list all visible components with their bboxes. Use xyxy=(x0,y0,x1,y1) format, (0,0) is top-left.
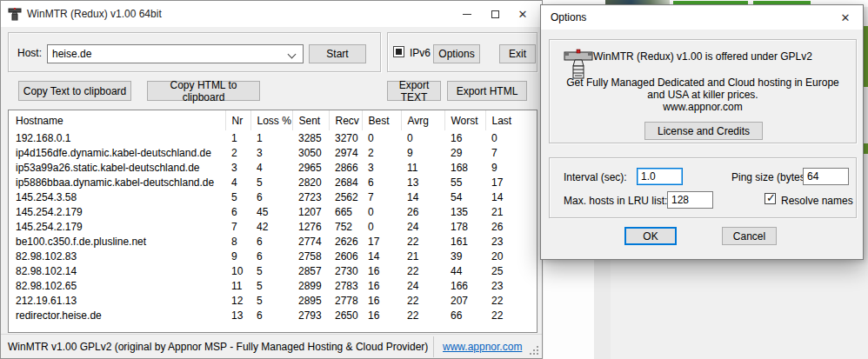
table-row[interactable]: 145.254.3.5856272325627145414 xyxy=(9,189,537,204)
about-groupbox: WinMTR (Redux) v1.00 is offered under GP… xyxy=(549,39,857,143)
column-header[interactable]: Avrg xyxy=(401,110,444,130)
close-icon: ✕ xyxy=(518,8,528,21)
background-panel xyxy=(544,256,594,359)
column-header[interactable]: Worst xyxy=(444,110,485,130)
indeterminate-icon xyxy=(396,49,402,55)
minimize-icon xyxy=(463,14,471,15)
settings-groupbox: Interval (sec): Ping size (bytes): Max. … xyxy=(549,157,857,218)
window-title: WinMTR (Redux) v1.00 64bit xyxy=(27,8,162,20)
close-button[interactable]: ✕ xyxy=(509,1,537,27)
background-image-edge xyxy=(864,26,868,87)
exit-button[interactable]: Exit xyxy=(499,44,536,63)
chevron-down-icon[interactable] xyxy=(288,50,297,59)
check-icon: ✓ xyxy=(766,191,776,204)
options-title: Options xyxy=(551,11,586,23)
winmtr-main-window: WinMTR (Redux) v1.00 64bit ✕ Host: heise… xyxy=(0,0,543,359)
column-header[interactable]: Loss % xyxy=(250,110,292,130)
options-dialog: Options ✕ WinMTR (Redux) v1.00 is offere… xyxy=(540,4,864,260)
table-row[interactable]: 145.254.2.179742127675202417826 xyxy=(9,219,537,234)
minimize-button[interactable] xyxy=(453,1,481,27)
gpl-notice: WinMTR (Redux) v1.00 is offered under GP… xyxy=(550,50,856,63)
host-combobox[interactable]: heise.de xyxy=(47,44,304,63)
host-groupbox: Host: heise.de Start xyxy=(8,32,381,72)
results-table-panel: HostnameNrLoss %SentRecvBestAvrgWorstLas… xyxy=(8,110,537,333)
status-text: WinMTR v1.00 GPLv2 (original by Appnor M… xyxy=(8,341,428,353)
host-value: heise.de xyxy=(52,48,91,60)
table-row[interactable]: ip5886bbaa.dynamic.kabel-deutschland.de4… xyxy=(9,175,537,189)
column-header[interactable]: Last xyxy=(485,110,537,130)
max-hosts-label: Max. hosts in LRU list: xyxy=(564,195,667,207)
main-titlebar[interactable]: WinMTR (Redux) v1.00 64bit ✕ xyxy=(1,1,542,27)
status-bar: WinMTR v1.00 GPLv2 (original by Appnor M… xyxy=(1,334,542,358)
close-icon: ✕ xyxy=(841,11,851,24)
appnor-link[interactable]: www.appnor.com xyxy=(443,341,522,353)
resize-grip[interactable] xyxy=(530,346,538,355)
start-button[interactable]: Start xyxy=(309,44,366,63)
copy-text-button[interactable]: Copy Text to clipboard xyxy=(18,81,131,101)
ping-size-label: Ping size (bytes): xyxy=(731,171,811,183)
interval-input[interactable] xyxy=(637,168,683,185)
cancel-button[interactable]: Cancel xyxy=(722,227,777,245)
background-image-edge xyxy=(864,143,868,154)
table-row[interactable]: 82.98.102.141052857273016224425 xyxy=(9,263,537,278)
export-text-button[interactable]: Export TEXT xyxy=(387,81,441,101)
table-row[interactable]: 145.254.2.179645120766502613521 xyxy=(9,204,537,219)
table-row[interactable]: ip4d156dfe.dynamic.kabel-deutschland.de2… xyxy=(9,145,537,160)
interval-label: Interval (sec): xyxy=(564,171,627,183)
column-header[interactable]: Sent xyxy=(292,110,329,130)
ok-button[interactable]: OK xyxy=(624,227,677,245)
table-row[interactable]: redirector.heise.de1362793265016226622 xyxy=(9,308,537,322)
column-header[interactable]: Recv xyxy=(329,110,362,130)
export-html-button[interactable]: Export HTML xyxy=(447,81,527,101)
appnor-promo: Get Fully Managed Dedicated and Cloud ho… xyxy=(562,76,844,101)
column-header[interactable]: Hostname xyxy=(9,110,225,130)
appnor-url: www.appnor.com xyxy=(550,101,856,113)
host-label: Host: xyxy=(17,47,42,59)
table-row[interactable]: 212.19.61.1312528952778162220722 xyxy=(9,293,537,308)
column-header[interactable]: Best xyxy=(362,110,401,130)
table-row[interactable]: ip53a99a26.static.kabel-deutschland.de34… xyxy=(9,160,537,175)
table-row[interactable]: be100.c350.f.de.plusline.net862774262617… xyxy=(9,234,537,249)
ipv6-label: IPv6 xyxy=(410,47,431,59)
options-button[interactable]: Options xyxy=(433,44,480,63)
resolve-names-checkbox[interactable]: ✓ xyxy=(765,193,776,204)
table-row[interactable]: 82.98.102.6511528992783162416623 xyxy=(9,278,537,293)
maximize-button[interactable] xyxy=(481,1,509,27)
options-titlebar[interactable]: Options ✕ xyxy=(541,5,863,30)
controls-groupbox: IPv6 Options Exit xyxy=(387,32,537,72)
winmtr-app-icon xyxy=(8,7,22,21)
table-header-row: HostnameNrLoss %SentRecvBestAvrgWorstLas… xyxy=(9,110,537,130)
ping-size-input[interactable] xyxy=(803,168,849,185)
table-row[interactable]: 192.168.0.1113285327000160 xyxy=(9,130,537,145)
screen: WinMTR (Redux) v1.00 64bit ✕ Host: heise… xyxy=(0,0,868,359)
column-header[interactable]: Nr xyxy=(225,110,250,130)
table-row[interactable]: 82.98.102.83962758260614213920 xyxy=(9,249,537,263)
max-hosts-input[interactable] xyxy=(667,191,713,209)
status-separator xyxy=(433,336,434,357)
options-close-button[interactable]: ✕ xyxy=(828,5,863,30)
copy-html-button[interactable]: Copy HTML to clipboard xyxy=(147,81,260,101)
resolve-names-label: Resolve names xyxy=(781,195,853,207)
license-credits-button[interactable]: License and Credits xyxy=(644,122,763,140)
background-panel xyxy=(594,256,611,359)
results-table: HostnameNrLoss %SentRecvBestAvrgWorstLas… xyxy=(9,110,537,322)
maximize-icon xyxy=(491,10,499,18)
ipv6-checkbox[interactable] xyxy=(393,46,404,57)
